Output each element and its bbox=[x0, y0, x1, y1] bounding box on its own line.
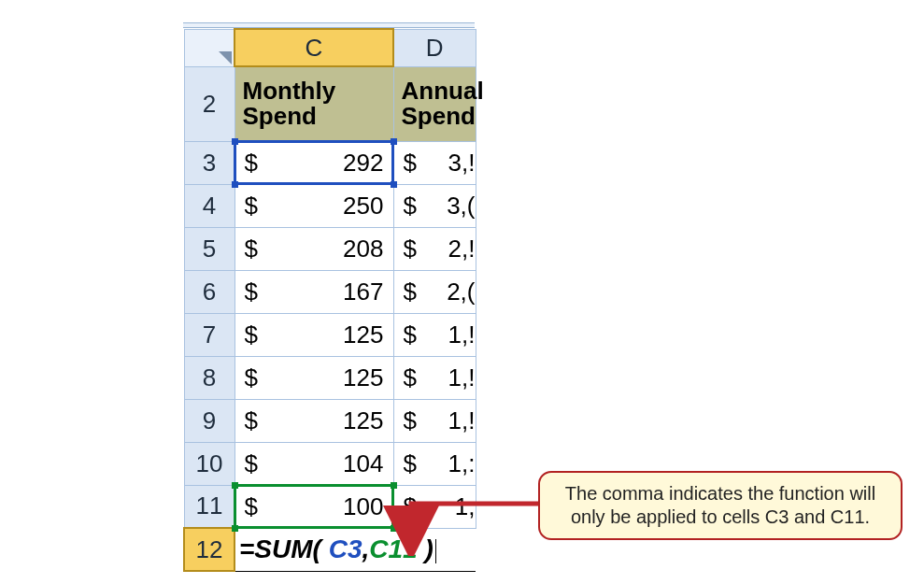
row-header-7[interactable]: 7 bbox=[184, 313, 235, 356]
cell-c12-formula-editing[interactable]: =SUM( C3,C11 ) bbox=[235, 528, 476, 571]
formula-close-paren: ) bbox=[424, 534, 433, 563]
cell-c7[interactable]: $125 bbox=[235, 313, 393, 356]
row-header-10[interactable]: 10 bbox=[184, 442, 235, 485]
row-header-5[interactable]: 5 bbox=[184, 227, 235, 270]
spreadsheet-fragment: C D 2 Monthly Spend Annual Spend 3 $ 292… bbox=[183, 22, 475, 572]
row-header-6[interactable]: 6 bbox=[184, 270, 235, 313]
formula-ref-c11: C11 bbox=[369, 534, 417, 563]
annotation-callout: The comma indicates the function will on… bbox=[538, 471, 903, 540]
currency-symbol: $ bbox=[245, 149, 258, 178]
column-header-c[interactable]: C bbox=[235, 29, 393, 66]
cell-d10[interactable]: $1,: bbox=[393, 442, 476, 485]
cell-c6[interactable]: $167 bbox=[235, 270, 393, 313]
text-cursor-icon bbox=[435, 539, 436, 563]
row-header-3[interactable]: 3 bbox=[184, 141, 235, 184]
cell-c4[interactable]: $250 bbox=[235, 184, 393, 227]
column-header-d[interactable]: D bbox=[393, 29, 476, 66]
cell-c10[interactable]: $104 bbox=[235, 442, 393, 485]
cell-d7[interactable]: $1,! bbox=[393, 313, 476, 356]
cell-d8[interactable]: $1,! bbox=[393, 356, 476, 399]
cell-c9[interactable]: $125 bbox=[235, 399, 393, 442]
cell-c8[interactable]: $125 bbox=[235, 356, 393, 399]
row-header-11[interactable]: 11 bbox=[184, 485, 235, 528]
cell-c11[interactable]: $ 100 bbox=[235, 485, 393, 528]
formula-ref-c3: C3 bbox=[329, 534, 362, 563]
row-5: 5 $208 $2,! bbox=[184, 227, 476, 270]
currency-symbol: $ bbox=[404, 149, 417, 178]
row-11: 11 $ 100 $1, bbox=[184, 485, 476, 528]
row-12: 12 =SUM( C3,C11 ) bbox=[184, 528, 476, 571]
formula-equals: = bbox=[239, 534, 254, 563]
cell-d2[interactable]: Annual Spend bbox=[393, 66, 476, 141]
row-7: 7 $125 $1,! bbox=[184, 313, 476, 356]
cell-d5[interactable]: $2,! bbox=[393, 227, 476, 270]
cell-d4[interactable]: $3,( bbox=[393, 184, 476, 227]
row-10: 10 $104 $1,: bbox=[184, 442, 476, 485]
row-header-12[interactable]: 12 bbox=[184, 528, 235, 571]
formula-function-name: SUM bbox=[254, 534, 312, 563]
cell-value: 292 bbox=[343, 149, 383, 178]
cell-d9[interactable]: $1,! bbox=[393, 399, 476, 442]
cell-c3[interactable]: $ 292 bbox=[235, 141, 393, 184]
row-6: 6 $167 $2,( bbox=[184, 270, 476, 313]
select-all-triangle[interactable] bbox=[184, 29, 235, 66]
cell-c2[interactable]: Monthly Spend bbox=[235, 66, 393, 141]
column-header-row: C D bbox=[184, 29, 476, 66]
cell-c5[interactable]: $208 bbox=[235, 227, 393, 270]
row-9: 9 $125 $1,! bbox=[184, 399, 476, 442]
row-header-4[interactable]: 4 bbox=[184, 184, 235, 227]
row-header-2[interactable]: 2 bbox=[184, 66, 235, 141]
formula-open-paren: ( bbox=[313, 534, 321, 563]
cell-value: 3,! bbox=[448, 149, 476, 178]
cell-value: 100 bbox=[343, 492, 383, 521]
cell-d6[interactable]: $2,( bbox=[393, 270, 476, 313]
cell-d3[interactable]: $ 3,! bbox=[393, 141, 476, 184]
row-header-9[interactable]: 9 bbox=[184, 399, 235, 442]
cell-d11[interactable]: $1, bbox=[393, 485, 476, 528]
row-4: 4 $250 $3,( bbox=[184, 184, 476, 227]
currency-symbol: $ bbox=[245, 492, 258, 521]
row-3: 3 $ 292 $ 3,! bbox=[184, 141, 476, 184]
row-2: 2 Monthly Spend Annual Spend bbox=[184, 66, 476, 141]
spreadsheet-grid[interactable]: C D 2 Monthly Spend Annual Spend 3 $ 292… bbox=[183, 28, 476, 572]
row-header-8[interactable]: 8 bbox=[184, 356, 235, 399]
row-8: 8 $125 $1,! bbox=[184, 356, 476, 399]
